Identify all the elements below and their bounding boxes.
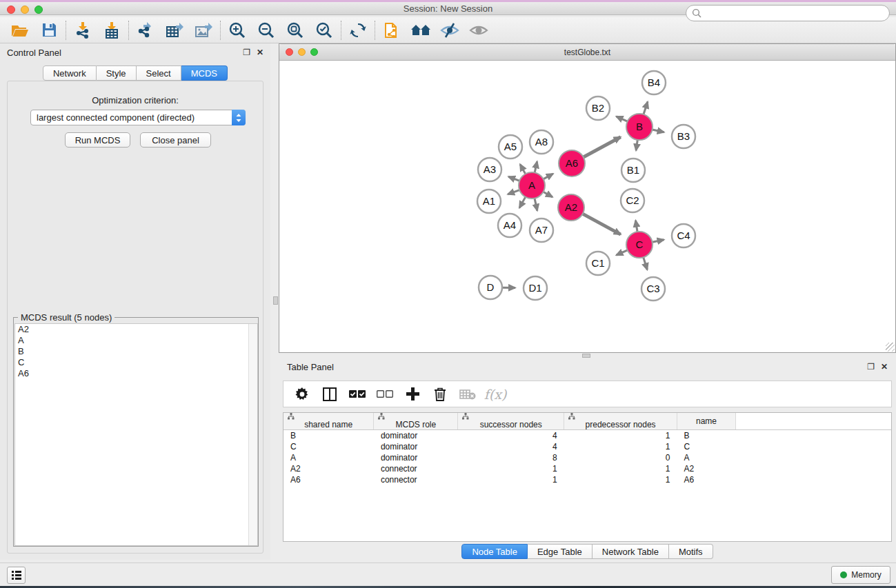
zoom-in-icon[interactable] [223, 19, 252, 41]
delete-column-trash-icon[interactable] [430, 384, 450, 405]
close-panel-button[interactable]: Close panel [140, 132, 211, 148]
edge-A-A5[interactable] [520, 164, 526, 174]
table-cell[interactable]: B [283, 430, 374, 441]
import-table-icon[interactable] [97, 19, 126, 41]
table-cell[interactable]: connector [374, 463, 458, 474]
table-row[interactable]: Adominator80A [283, 452, 891, 463]
column-layout-icon[interactable] [319, 384, 340, 405]
search-field[interactable] [686, 5, 890, 21]
zoom-out-icon[interactable] [252, 19, 281, 41]
table-cell[interactable]: dominator [374, 430, 458, 441]
mcds-result-list[interactable]: A2ABCA6 [14, 323, 258, 546]
table-cell[interactable]: connector [374, 474, 458, 485]
network-minimize-button[interactable] [298, 48, 306, 56]
table-cell[interactable]: 0 [564, 452, 677, 463]
network-zoom-button[interactable] [310, 48, 318, 56]
export-image-icon[interactable] [189, 19, 218, 41]
node-D1[interactable]: D1 [524, 276, 547, 300]
column-header-shared-name[interactable]: shared name [283, 413, 374, 430]
table-float-panel-icon[interactable]: ❐ [867, 363, 875, 371]
table-cell[interactable]: 8 [458, 452, 564, 463]
node-B3[interactable]: B3 [672, 125, 695, 148]
result-list-item[interactable]: A [15, 335, 257, 346]
table-cell[interactable]: 1 [458, 463, 564, 474]
optimization-criterion-dropdown[interactable]: largest connected component (directed) [30, 110, 246, 125]
task-history-button[interactable] [7, 567, 26, 584]
node-table[interactable]: shared nameMCDS rolesuccessor nodesprede… [283, 412, 892, 542]
minimize-window-button[interactable] [21, 6, 29, 14]
result-list-item[interactable]: A6 [15, 368, 257, 379]
node-A4[interactable]: A4 [498, 214, 521, 237]
table-cell[interactable]: C [677, 441, 736, 452]
node-A8[interactable]: A8 [530, 130, 553, 154]
delete-table-icon[interactable] [457, 384, 478, 405]
edge-B-B3[interactable] [653, 130, 664, 132]
close-window-button[interactable] [7, 6, 15, 14]
edge-B-B2[interactable] [616, 116, 627, 121]
node-D[interactable]: D [479, 276, 502, 299]
edge-A-A1[interactable] [508, 190, 519, 194]
table-cell[interactable]: B [677, 430, 736, 441]
edge-A6-B[interactable] [584, 137, 621, 157]
save-session-icon[interactable] [34, 19, 63, 41]
table-cell[interactable]: A2 [283, 463, 374, 474]
horizontal-splitter-handle[interactable] [273, 296, 278, 305]
column-header-MCDS-role[interactable]: MCDS role [374, 413, 458, 430]
deselect-checkboxes-icon[interactable] [375, 384, 395, 405]
new-network-icon[interactable] [377, 19, 406, 41]
network-window-titlebar[interactable]: testGlobe.txt [279, 44, 895, 61]
table-cell[interactable]: dominator [374, 452, 458, 463]
import-network-icon[interactable] [68, 19, 97, 41]
table-cell[interactable]: C [283, 441, 374, 452]
table-cell[interactable]: 1 [564, 441, 677, 452]
node-C[interactable]: C [626, 232, 653, 258]
node-C2[interactable]: C2 [621, 189, 644, 212]
edge-B-B4[interactable] [644, 102, 648, 114]
table-cell[interactable]: 1 [564, 474, 677, 485]
export-table-icon[interactable] [160, 19, 189, 41]
tab-motifs[interactable]: Motifs [669, 544, 713, 559]
result-list-scrollbar[interactable] [248, 324, 257, 545]
node-B2[interactable]: B2 [586, 97, 610, 120]
network-graph[interactable]: B4B2BB3A8A5A6A3B1AA1C2A2A4A7C4CC1DD1C3 [279, 61, 895, 352]
node-C4[interactable]: C4 [672, 224, 695, 247]
memory-button[interactable]: Memory [831, 566, 890, 584]
search-input[interactable] [705, 8, 889, 18]
node-A3[interactable]: A3 [478, 158, 501, 181]
table-close-panel-icon[interactable]: ✕ [881, 363, 888, 371]
close-panel-icon[interactable]: ✕ [257, 48, 263, 57]
tab-select[interactable]: Select [137, 65, 181, 81]
table-cell[interactable]: A6 [283, 474, 374, 485]
zoom-fit-icon[interactable] [281, 19, 310, 41]
result-list-item[interactable]: B [15, 346, 257, 357]
tab-network[interactable]: Network [43, 65, 97, 81]
node-C1[interactable]: C1 [586, 252, 610, 275]
table-row[interactable]: Bdominator41B [283, 430, 891, 441]
edge-A-A3[interactable] [508, 176, 519, 181]
float-panel-icon[interactable]: ❐ [243, 48, 250, 57]
table-cell[interactable]: A [283, 452, 374, 463]
show-all-eye-icon[interactable] [464, 19, 493, 41]
edge-C-C2[interactable] [635, 221, 637, 232]
table-cell[interactable]: A6 [677, 474, 736, 485]
node-A7[interactable]: A7 [530, 219, 553, 242]
table-cell[interactable]: A [677, 452, 736, 463]
table-cell[interactable]: A2 [677, 463, 736, 474]
table-cell[interactable]: 1 [458, 474, 564, 485]
edge-A-A2[interactable] [544, 192, 552, 197]
edge-A-A8[interactable] [535, 161, 537, 172]
column-header-predecessor-nodes[interactable]: predecessor nodes [564, 413, 677, 430]
network-close-button[interactable] [286, 48, 293, 56]
table-cell[interactable]: dominator [374, 441, 458, 452]
node-B4[interactable]: B4 [642, 71, 666, 94]
node-A1[interactable]: A1 [477, 190, 501, 213]
network-canvas[interactable]: B4B2BB3A8A5A6A3B1AA1C2A2A4A7C4CC1DD1C3 [279, 61, 895, 352]
column-header-successor-nodes[interactable]: successor nodes [458, 413, 564, 430]
tab-mcds[interactable]: MCDS [181, 65, 228, 81]
edge-C-C1[interactable] [616, 250, 627, 255]
table-cell[interactable]: 1 [564, 430, 677, 441]
table-row[interactable]: Cdominator41C [283, 441, 891, 452]
edge-B-B1[interactable] [636, 140, 637, 150]
settings-gear-icon[interactable] [292, 384, 312, 405]
edge-C-C3[interactable] [644, 257, 648, 270]
